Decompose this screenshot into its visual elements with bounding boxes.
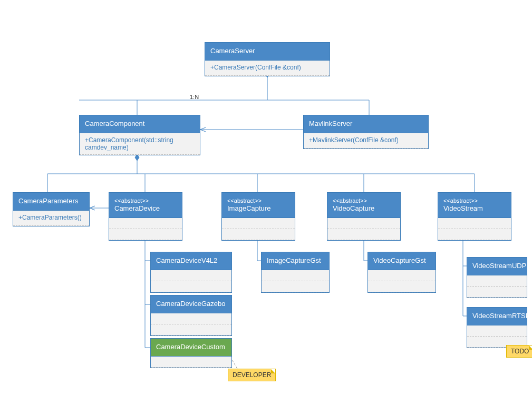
class-body-empty (109, 218, 182, 229)
class-title: <<abstract>> CameraDevice (109, 193, 182, 218)
class-image-capture: <<abstract>> ImageCapture (221, 192, 295, 241)
class-method: +MavlinkServer(ConfFile &conf) (304, 133, 428, 149)
class-method: +CameraParameters() (13, 211, 89, 226)
class-body-empty (151, 281, 231, 292)
class-title: VideoStreamUDP (467, 258, 527, 275)
multiplicity-label: 1:N (190, 94, 199, 100)
class-title: CameraDeviceGazebo (151, 295, 231, 313)
stereotype: <<abstract>> (227, 197, 289, 204)
class-title: CameraComponent (80, 115, 200, 133)
class-body-empty (151, 313, 231, 324)
class-title: <<abstract>> ImageCapture (222, 193, 295, 218)
class-body-empty (262, 281, 329, 292)
class-video-stream-udp: VideoStreamUDP (467, 257, 527, 298)
class-camera-device-custom: CameraDeviceCustom (150, 338, 232, 368)
class-video-capture: <<abstract>> VideoCapture (327, 192, 401, 241)
class-body-empty (368, 281, 436, 292)
note-todo: TODO (506, 345, 532, 358)
class-body-empty (262, 270, 329, 281)
class-body-empty (327, 229, 400, 240)
stereotype: <<abstract>> (114, 197, 177, 204)
class-title: CameraParameters (13, 193, 89, 211)
class-body-empty (368, 270, 436, 281)
class-body-empty (151, 324, 231, 335)
note-developer: DEVELOPER (228, 369, 276, 381)
class-title: CameraServer (205, 43, 330, 61)
class-title: MavlinkServer (304, 115, 428, 133)
class-name: CameraDevice (114, 204, 160, 212)
class-body-empty (467, 325, 527, 337)
class-body-empty (438, 229, 511, 240)
class-body-empty (222, 218, 295, 229)
class-body-empty (467, 287, 527, 298)
class-title: <<abstract>> VideoCapture (327, 193, 400, 218)
class-camera-component: CameraComponent +CameraComponent(std::st… (79, 115, 200, 155)
class-mavlink-server: MavlinkServer +MavlinkServer(ConfFile &c… (303, 115, 429, 149)
class-body-empty (222, 229, 295, 240)
class-name: ImageCapture (227, 204, 270, 212)
class-title: CameraDeviceV4L2 (151, 252, 231, 270)
class-camera-parameters: CameraParameters +CameraParameters() (13, 192, 90, 226)
stereotype: <<abstract>> (333, 197, 395, 204)
class-camera-server: CameraServer +CameraServer(ConfFile &con… (205, 42, 330, 76)
class-video-stream: <<abstract>> VideoStream (438, 192, 511, 241)
class-body-empty (151, 357, 231, 368)
class-body-empty (327, 218, 400, 229)
class-title: VideoStreamRTSP (467, 308, 527, 325)
class-title: VideoCaptureGst (368, 252, 436, 270)
class-name: VideoCapture (333, 204, 374, 212)
class-camera-device: <<abstract>> CameraDevice (109, 192, 182, 241)
class-body-empty (109, 229, 182, 240)
class-title: CameraDeviceCustom (151, 339, 231, 357)
class-video-capture-gst: VideoCaptureGst (367, 252, 436, 293)
class-body-empty (438, 218, 511, 229)
class-body-empty (467, 275, 527, 287)
class-title: ImageCaptureGst (262, 252, 329, 270)
class-camera-device-v4l2: CameraDeviceV4L2 (150, 252, 232, 293)
class-title: <<abstract>> VideoStream (438, 193, 511, 218)
class-camera-device-gazebo: CameraDeviceGazebo (150, 295, 232, 336)
class-method: +CameraServer(ConfFile &conf) (205, 61, 330, 76)
class-image-capture-gst: ImageCaptureGst (261, 252, 330, 293)
class-body-empty (151, 270, 231, 281)
stereotype: <<abstract>> (443, 197, 506, 204)
class-method: +CameraComponent(std::string camdev_name… (80, 133, 200, 155)
class-video-stream-rtsp: VideoStreamRTSP (467, 307, 527, 348)
class-name: VideoStream (443, 204, 483, 212)
